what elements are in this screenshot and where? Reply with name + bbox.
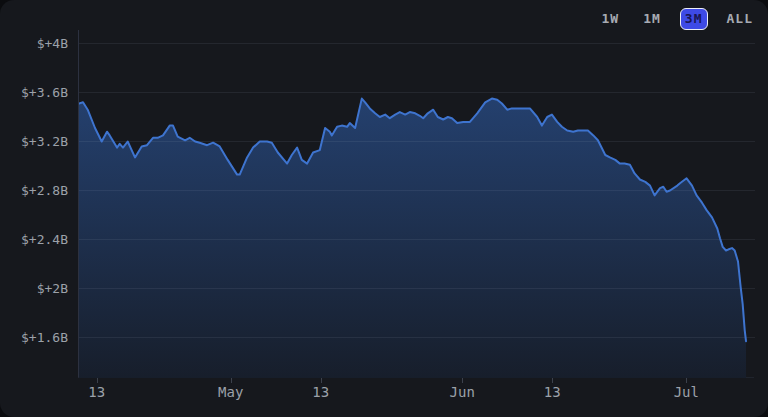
timeframe-selector: 1W 1M 3M ALL (597, 8, 758, 30)
x-axis-tick (97, 378, 98, 383)
x-axis-label: Jun (450, 383, 475, 401)
chart-plot-area[interactable] (78, 30, 754, 378)
x-axis-label: 13 (312, 383, 329, 401)
area-chart[interactable] (79, 30, 755, 378)
x-axis-label: 13 (544, 383, 561, 401)
y-axis-label: $+2.4B (0, 231, 68, 249)
y-axis-label: $+2B (0, 280, 68, 298)
y-axis-label: $+3.2B (0, 133, 68, 151)
timeframe-1m-button[interactable]: 1M (638, 8, 666, 30)
x-axis-tick (686, 378, 687, 383)
x-axis-label: May (218, 383, 243, 401)
y-axis-label: $+1.6B (0, 329, 68, 347)
balance-chart-card: 1W 1M 3M ALL $+4B $+3.6B $+3.2B $+2.8B $… (0, 0, 768, 417)
y-axis-label: $+4B (0, 35, 68, 53)
timeframe-1w-button[interactable]: 1W (597, 8, 625, 30)
x-axis-tick (231, 378, 232, 383)
timeframe-3m-button[interactable]: 3M (680, 8, 708, 30)
x-axis-tick (462, 378, 463, 383)
timeframe-all-button[interactable]: ALL (722, 8, 758, 30)
x-axis-tick (552, 378, 553, 383)
area-fill (79, 99, 746, 378)
y-axis-label: $+3.6B (0, 84, 68, 102)
x-axis-tick (321, 378, 322, 383)
y-axis-label: $+2.8B (0, 182, 68, 200)
x-axis-label: 13 (88, 383, 105, 401)
x-axis-label: Jul (674, 383, 699, 401)
